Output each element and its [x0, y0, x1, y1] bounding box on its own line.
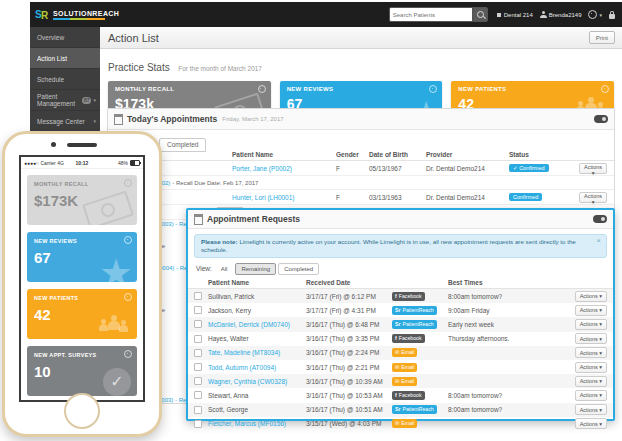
gear-icon[interactable]	[124, 293, 132, 301]
view-tab-all[interactable]: All	[215, 263, 234, 275]
gear-icon[interactable]	[124, 179, 132, 187]
sidebar-item-label: Schedule	[37, 76, 64, 83]
collapse-toggle-icon[interactable]	[594, 115, 608, 123]
lock-menu[interactable]	[609, 11, 615, 19]
source-label: PatientReach	[402, 321, 433, 328]
actions-button[interactable]: Actions ▾	[579, 163, 607, 174]
best-times-cell: 8:00am tomorrow?	[448, 392, 564, 399]
row-checkbox[interactable]	[194, 377, 202, 385]
patient-name: Hayes, Walter	[208, 335, 306, 342]
patientreach-icon: Sr	[395, 406, 400, 413]
received-date-cell: 3/16/17 (Thu) @ 3:35 PM	[306, 335, 392, 342]
sidebar-item-patient-management[interactable]: Patient Management87▾	[30, 90, 100, 111]
source-label: Facebook	[399, 335, 422, 342]
recall-note-row: (P0002)- Recall Due Date: Feb 17, 2017	[108, 176, 614, 190]
received-date-cell: 3/16/17 (Thu) @ 6:48 PM	[306, 321, 392, 328]
actions-button[interactable]: Actions ▾	[575, 418, 607, 429]
search-input[interactable]	[389, 7, 473, 22]
sidebar-item-schedule[interactable]: Schedule	[30, 69, 100, 90]
view-tab-remaining[interactable]: Remaining	[235, 263, 276, 275]
patient-name-link[interactable]: McDaniel, Derrick (DM0740)	[208, 321, 306, 328]
gear-icon	[588, 10, 597, 19]
sidebar-item-action-list[interactable]: Action List	[30, 48, 100, 69]
account-menu[interactable]: Dental 214	[495, 11, 533, 18]
search-icon	[477, 11, 484, 18]
actions-button[interactable]: Actions ▾	[575, 333, 607, 344]
chevron-down-icon: ▾	[93, 97, 96, 103]
brand-logo[interactable]: SR SOLUTIONREACH	[30, 7, 119, 22]
status-badge: Confirmed	[509, 193, 542, 201]
lock-icon	[609, 14, 615, 19]
phone-stat-card-new-patients: NEW PATIENTS42	[27, 289, 137, 339]
row-checkbox[interactable]	[194, 306, 202, 314]
patient-name-link[interactable]: Wagner, Cynthia (CW0328)	[208, 378, 306, 385]
gear-icon[interactable]	[429, 85, 437, 93]
row-checkbox[interactable]	[194, 420, 202, 428]
stat-card-label: MONTHLY RECALL	[115, 86, 264, 92]
close-icon[interactable]: ×	[596, 237, 601, 245]
actions-button[interactable]: Actions ▾	[575, 291, 607, 302]
row-checkbox[interactable]	[194, 335, 202, 343]
calendar-icon	[114, 114, 123, 125]
sidebar-item-overview[interactable]: Overview	[30, 27, 100, 48]
actions-button[interactable]: Actions ▾	[575, 404, 607, 415]
actions-button[interactable]: Actions ▾	[575, 362, 607, 373]
sidebar-item-label: Overview	[37, 34, 64, 41]
brand-name: SOLUTIONREACH	[53, 10, 119, 17]
provider-cell: Dr. Dental Demo214	[426, 194, 509, 201]
patient-name-link[interactable]: Hunter, Lori (LH0001)	[232, 194, 336, 201]
patient-name-link[interactable]: Todd, Autumn (AT0094)	[208, 364, 306, 371]
speaker-icon	[67, 143, 97, 147]
actions-button[interactable]: Actions ▾	[579, 192, 607, 203]
actions-button[interactable]: Actions ▾	[575, 319, 607, 330]
camera-icon	[51, 142, 56, 147]
actions-button[interactable]: Actions ▾	[575, 390, 607, 401]
request-row: Sullivan, Patrick3/17/17 (Fri) @ 6:12 PM…	[188, 289, 613, 303]
best-times-cell: 8:00am tomorrow?	[448, 293, 564, 300]
source-label: Email	[401, 420, 414, 427]
calendar-icon	[194, 214, 203, 225]
row-checkbox[interactable]	[194, 349, 202, 357]
patient-name-link[interactable]: Tate, Madeline (MT8034)	[208, 349, 306, 356]
row-checkbox[interactable]	[194, 391, 202, 399]
received-date-cell: 3/16/17 (Thu) @ 2:21 PM	[306, 364, 392, 371]
star-icon: ★	[99, 251, 133, 282]
patientreach-icon: Sr	[395, 307, 400, 314]
received-date-cell: 3/16/17 (Thu) @ 10:53 AM	[306, 392, 392, 399]
patient-name-link[interactable]: Fletcher, Marcus (MF0156)	[208, 420, 306, 427]
battery-icon	[130, 160, 140, 166]
gear-icon[interactable]	[124, 350, 132, 358]
received-date-cell: 3/16/17 (Thu) @ 10:39 AM	[306, 378, 392, 385]
patient-name-link[interactable]: Porter, Jane (P0002)	[232, 165, 336, 172]
settings-menu[interactable]: ▾	[588, 10, 602, 19]
row-checkbox[interactable]	[194, 406, 202, 414]
row-checkbox[interactable]	[194, 320, 202, 328]
actions-button[interactable]: Actions ▾	[575, 347, 607, 358]
home-button[interactable]	[64, 393, 100, 429]
gear-icon[interactable]	[601, 85, 609, 93]
view-tab-completed[interactable]: Completed	[278, 263, 319, 275]
user-menu[interactable]: Brenda2149	[540, 11, 582, 18]
gear-icon[interactable]	[124, 236, 132, 244]
row-checkbox[interactable]	[194, 292, 202, 300]
provider-cell: Dr. Dental Demo214	[426, 165, 509, 172]
tab-completed[interactable]: Completed	[159, 138, 206, 152]
appointments-date: Friday, March 17, 2017	[222, 116, 283, 122]
actions-button[interactable]: Actions ▾	[575, 305, 607, 316]
sidebar-item-message-center[interactable]: Message Center▾	[30, 111, 100, 132]
row-checkbox[interactable]	[194, 363, 202, 371]
actions-button[interactable]: Actions ▾	[575, 376, 607, 387]
column-header: Gender	[336, 151, 369, 158]
source-label: Email	[401, 378, 414, 385]
source-badge-patientreach: SrPatientReach	[392, 306, 437, 315]
facebook-icon: f	[395, 293, 397, 300]
patient-name: Sullivan, Patrick	[208, 293, 306, 300]
print-button[interactable]: Print	[589, 31, 615, 44]
source-label: PatientReach	[402, 406, 433, 413]
source-label: PatientReach	[402, 307, 433, 314]
received-date-cell: 3/16/17 (Thu) @ 2:24 PM	[306, 349, 392, 356]
gear-icon[interactable]	[258, 85, 266, 93]
search-button[interactable]	[473, 7, 488, 22]
collapse-toggle-icon[interactable]	[593, 215, 607, 223]
table-row: Porter, Jane (P0002)F05/13/1967Dr. Denta…	[108, 161, 614, 176]
